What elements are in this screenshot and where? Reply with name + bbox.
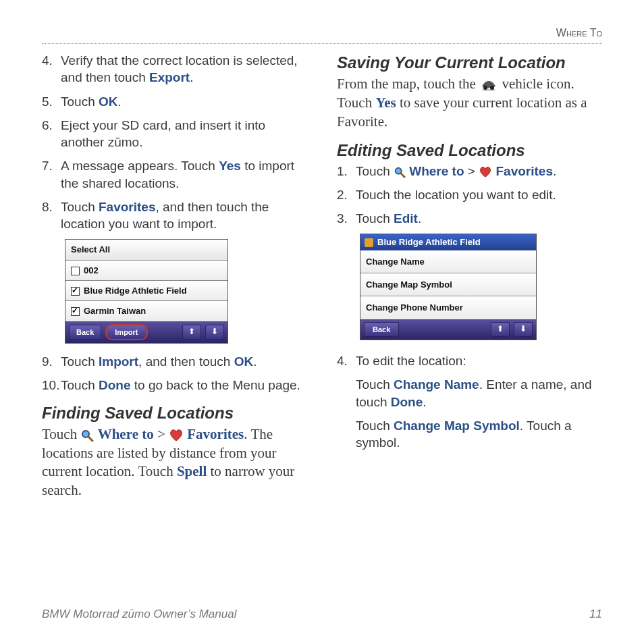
saving-paragraph: From the map, touch the vehicle icon. To… [337, 75, 602, 132]
keyword-done: Done [391, 395, 423, 409]
magnifier-icon [394, 166, 406, 178]
keyword-change-map-symbol: Change Map Symbol [394, 419, 520, 433]
dialog-toolbar: Back ⬆ ⬇ [360, 319, 536, 340]
import-dialog-illustration: Select All 002 Blue Ridge Athletic Field… [65, 239, 228, 344]
list-row: Blue Ridge Athletic Field [65, 281, 227, 301]
step-list-left-b: 9. Touch Import, and then touch OK. 10. … [42, 353, 307, 394]
keyword-favorites: Favorites [495, 164, 552, 178]
step-number: 4. [42, 52, 61, 86]
step-number: 8. [42, 198, 61, 233]
edit-dialog-illustration: Blue Ridge Athletic Field Change Name Ch… [360, 234, 537, 340]
keyword-yes: Yes [375, 95, 396, 111]
keyword-done: Done [99, 378, 131, 392]
step-text: Touch Favorites, and then touch the loca… [61, 198, 307, 233]
keyword-spell: Spell [177, 463, 207, 479]
keyword-favorites: Favorites [187, 426, 244, 442]
location-pin-icon [365, 238, 373, 247]
section-header: Where To [42, 27, 602, 44]
page-number: 11 [589, 608, 602, 621]
import-button: Import [105, 324, 147, 341]
subheading-saving: Saving Your Current Location [337, 52, 602, 74]
step-number: 4. [337, 352, 356, 369]
keyword-ok: OK [99, 95, 118, 109]
step-text: Eject your SD card, and insert it into a… [61, 117, 307, 151]
keyword-ok: OK [234, 354, 254, 369]
step-list-left-a: 4. Verify that the correct location is s… [42, 52, 307, 232]
heart-icon [479, 166, 492, 178]
step-text: A message appears. Touch Yes to import t… [61, 157, 307, 192]
arrow-up-icon: ⬆ [182, 325, 201, 340]
keyword-where-to: Where to [409, 164, 464, 178]
vehicle-icon [479, 78, 498, 92]
dialog-title: Blue Ridge Athletic Field [360, 234, 536, 250]
step-text: Touch Where to > Favorites. [356, 163, 602, 180]
step-text: Verify that the correct location is sele… [61, 52, 307, 86]
step-number: 9. [42, 353, 61, 370]
subheading-editing: Editing Saved Locations [337, 140, 602, 161]
back-button: Back [364, 322, 399, 338]
step-text: Touch the location you want to edit. [356, 186, 602, 203]
select-all-row: Select All [65, 240, 227, 260]
keyword-change-name: Change Name [394, 377, 479, 392]
keyword-import: Import [99, 354, 138, 369]
step-number: 5. [42, 93, 61, 110]
keyword-export: Export [149, 70, 190, 84]
step-text: To edit the location: [356, 352, 602, 369]
option-change-map-symbol: Change Map Symbol [360, 273, 536, 296]
keyword-yes: Yes [219, 159, 241, 173]
option-change-phone-number: Change Phone Number [360, 296, 536, 319]
checkbox-checked-icon [71, 287, 80, 296]
step-text: Touch OK. [61, 93, 307, 110]
step-number: 2. [337, 186, 356, 203]
heart-icon [169, 429, 184, 442]
step-number: 7. [42, 157, 61, 192]
step-number: 10. [42, 377, 61, 394]
arrow-down-icon: ⬇ [205, 325, 224, 340]
magnifier-icon [80, 429, 94, 442]
right-column: Saving Your Current Location From the ma… [337, 52, 602, 500]
svg-point-3 [483, 86, 487, 90]
checkbox-icon [71, 267, 80, 275]
option-change-name: Change Name [360, 250, 536, 273]
step-text: Touch Done to go back to the Menu page. [61, 377, 307, 394]
step-number: 6. [42, 117, 61, 151]
arrow-up-icon: ⬆ [491, 322, 510, 337]
svg-line-6 [401, 173, 404, 176]
back-button: Back [69, 325, 101, 340]
svg-point-4 [490, 86, 494, 90]
arrow-down-icon: ⬇ [514, 322, 533, 337]
footer-left: BMW Motorrad zūmo Owner’s Manual [42, 608, 236, 621]
step-number: 1. [337, 163, 356, 180]
list-row: Garmin Taiwan [65, 301, 227, 321]
list-row: 002 [65, 261, 227, 281]
step-list-right: 1. Touch Where to > Favorites. 2. Touch … [337, 163, 602, 227]
keyword-where-to: Where to [98, 426, 154, 442]
step-number: 3. [337, 210, 356, 227]
dialog-toolbar: Back Import ⬆ ⬇ [65, 321, 227, 344]
step-list-right-b: 4. To edit the location: [337, 352, 602, 369]
svg-line-1 [88, 437, 92, 441]
step-text: Touch Edit. [356, 210, 602, 227]
substep-text: Touch Change Name. Enter a name, and tou… [356, 376, 602, 410]
keyword-favorites: Favorites [99, 200, 155, 214]
left-column: 4. Verify that the correct location is s… [42, 52, 307, 500]
step-text: Touch Import, and then touch OK. [61, 353, 307, 370]
keyword-edit: Edit [394, 211, 418, 225]
substep-text: Touch Change Map Symbol. Touch a symbol. [356, 417, 602, 452]
checkbox-checked-icon [71, 307, 80, 316]
subheading-finding: Finding Saved Locations [42, 402, 307, 424]
finding-paragraph: Touch Where to > Favorites. The location… [42, 425, 307, 501]
